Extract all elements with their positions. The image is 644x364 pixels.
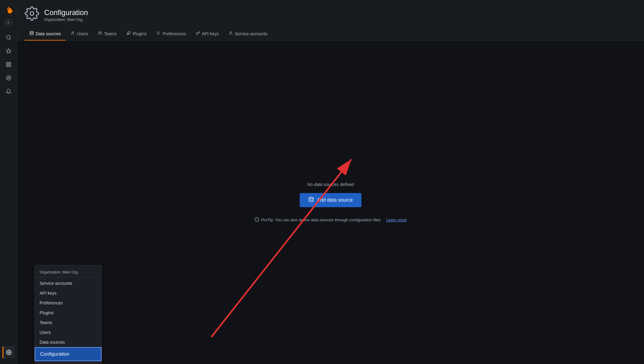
tab-data-sources-label: Data sources (36, 31, 61, 36)
tab-plugins[interactable]: Plugins (121, 27, 152, 41)
svg-rect-6 (9, 65, 10, 67)
svg-point-20 (230, 32, 232, 33)
svg-rect-7 (6, 65, 8, 67)
tab-users-label: Users (77, 31, 88, 36)
content-area: No data sources defined Add data source (17, 41, 644, 364)
users-tab-icon (71, 31, 75, 36)
page-subtitle: Organization: Main Org. (44, 17, 88, 22)
svg-point-11 (30, 12, 34, 15)
data-sources-tab-icon (29, 31, 34, 36)
protip-text: ProTip: You can also define data sources… (254, 217, 407, 223)
svg-rect-4 (6, 62, 8, 64)
context-menu-org-label: Organization: Main Org. (35, 268, 102, 277)
protip-icon (254, 217, 259, 223)
tab-api-keys-label: API keys (202, 31, 219, 36)
tab-data-sources[interactable]: Data sources (25, 27, 66, 41)
context-menu-configuration-active[interactable]: Configuration (35, 347, 102, 361)
svg-point-14 (99, 32, 100, 33)
tab-preferences-label: Preferences (163, 31, 186, 36)
api-keys-tab-icon (196, 31, 200, 36)
context-menu-data-sources[interactable]: Data sources (35, 337, 102, 347)
svg-rect-5 (9, 62, 10, 64)
context-menu-preferences[interactable]: Preferences (35, 298, 102, 308)
grafana-logo[interactable] (4, 4, 13, 14)
plugins-tab-icon (126, 31, 131, 36)
svg-marker-3 (6, 49, 11, 53)
context-menu-service-accounts[interactable]: Service accounts (35, 278, 102, 288)
context-menu-api-keys[interactable]: API keys (35, 288, 102, 298)
svg-line-2 (10, 38, 10, 39)
explore-icon[interactable] (2, 72, 15, 84)
context-menu: Organization: Main Org. Service accounts… (34, 265, 102, 364)
tab-teams-label: Teams (104, 31, 117, 36)
alerting-icon[interactable] (2, 85, 15, 98)
configuration-icon[interactable] (2, 346, 15, 358)
page-title: Configuration (44, 8, 88, 17)
sidebar-collapse-button[interactable]: > (4, 18, 13, 27)
svg-point-12 (30, 31, 33, 33)
no-data-message: No data sources defined (307, 182, 354, 187)
sidebar: > (0, 0, 17, 364)
search-icon[interactable] (2, 31, 15, 44)
svg-point-8 (6, 76, 11, 80)
tabs-bar: Data sources Users (25, 27, 637, 41)
dashboards-icon[interactable] (2, 58, 15, 71)
context-menu-teams[interactable]: Teams (35, 318, 102, 327)
service-accounts-tab-icon (229, 31, 233, 36)
tab-service-accounts[interactable]: Service accounts (224, 27, 272, 41)
svg-point-21 (309, 197, 313, 199)
svg-point-10 (8, 352, 10, 353)
main-content: Configuration Organization: Main Org. Da… (17, 0, 644, 364)
page-header: Configuration Organization: Main Org. Da… (17, 0, 644, 41)
tab-users[interactable]: Users (66, 27, 93, 41)
protip-message: ProTip: You can also define data sources… (261, 218, 381, 222)
tab-teams[interactable]: Teams (93, 27, 121, 41)
tab-api-keys[interactable]: API keys (191, 27, 224, 41)
config-gear-icon (25, 6, 39, 24)
tab-plugins-label: Plugins (133, 31, 147, 36)
add-data-source-button[interactable]: Add data source (300, 193, 361, 207)
add-data-source-icon (308, 197, 314, 203)
learn-more-link[interactable]: Learn more (386, 218, 407, 222)
svg-point-1 (6, 35, 10, 39)
add-data-source-label: Add data source (317, 197, 353, 203)
sidebar-bottom (2, 346, 15, 359)
starred-icon[interactable] (2, 45, 15, 57)
svg-marker-9 (7, 77, 9, 79)
teams-tab-icon (98, 31, 102, 36)
tab-preferences[interactable]: Preferences (152, 27, 191, 41)
header-text: Configuration Organization: Main Org. (44, 8, 88, 22)
context-menu-plugins[interactable]: Plugins (35, 308, 102, 318)
tab-service-accounts-label: Service accounts (235, 31, 268, 36)
preferences-tab-icon (156, 31, 161, 36)
svg-point-13 (72, 32, 74, 33)
context-menu-users[interactable]: Users (35, 327, 102, 337)
